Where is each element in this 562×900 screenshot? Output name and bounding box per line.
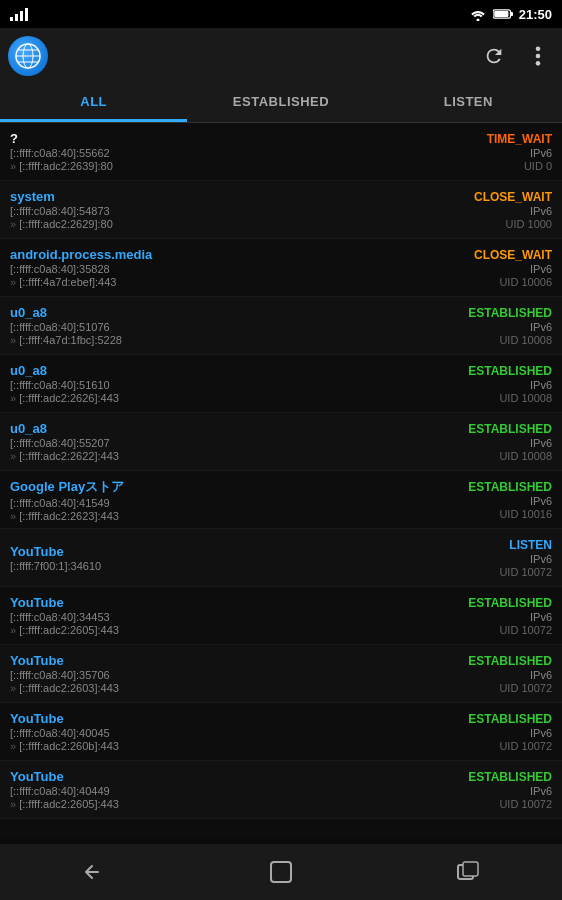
remote-address: [::ffff:adc2:2639]:80 [10,160,113,172]
status-time: 21:50 [519,7,552,22]
tabs: ALL ESTABLISHED LISTEN [0,84,562,123]
svg-rect-2 [510,12,513,16]
connection-name: u0_a8 [10,363,119,378]
table-row[interactable]: android.process.media[::ffff:c0a8:40]:35… [0,239,562,297]
back-button[interactable] [64,852,124,892]
home-button[interactable] [251,852,311,892]
tab-listen[interactable]: LISTEN [375,84,562,122]
table-row[interactable]: YouTube[::ffff:c0a8:40]:35706[::ffff:adc… [0,645,562,703]
status-badge: ESTABLISHED [468,596,552,610]
tab-established[interactable]: ESTABLISHED [187,84,374,122]
connection-name: ? [10,131,113,146]
remote-address: [::ffff:adc2:260b]:443 [10,740,119,752]
protocol-label: IPv6 [530,205,552,217]
local-address: [::ffff:c0a8:40]:54873 [10,205,113,217]
uid-label: UID 10008 [499,392,552,404]
connection-name: Google Playストア [10,478,124,496]
battery-icon [493,8,513,20]
uid-label: UID 10072 [499,624,552,636]
local-address: [::ffff:c0a8:40]:41549 [10,497,124,509]
table-row[interactable]: YouTube[::ffff:c0a8:40]:40045[::ffff:adc… [0,703,562,761]
protocol-label: IPv6 [530,437,552,449]
status-badge: CLOSE_WAIT [474,190,552,204]
status-badge: ESTABLISHED [468,654,552,668]
table-row[interactable]: YouTube[::ffff:7f00:1]:34610LISTENIPv6UI… [0,529,562,587]
connection-name: YouTube [10,769,119,784]
protocol-label: IPv6 [530,553,552,565]
table-row[interactable]: YouTubeESTABLISHED [0,819,562,839]
remote-address: [::ffff:adc2:2603]:443 [10,682,119,694]
status-bar-right: 21:50 [469,7,552,22]
table-row[interactable]: u0_a8[::ffff:c0a8:40]:51610[::ffff:adc2:… [0,355,562,413]
local-address: [::ffff:c0a8:40]:34453 [10,611,119,623]
remote-address: [::ffff:4a7d:ebef]:443 [10,276,152,288]
protocol-label: IPv6 [530,379,552,391]
signal-bars-icon [10,7,28,21]
connection-name: YouTube [10,653,119,668]
protocol-label: IPv6 [530,669,552,681]
remote-address: [::ffff:adc2:2605]:443 [10,798,119,810]
table-row[interactable]: YouTube[::ffff:c0a8:40]:34453[::ffff:adc… [0,587,562,645]
uid-label: UID 10008 [499,334,552,346]
connection-name: android.process.media [10,247,152,262]
recents-button[interactable] [438,852,498,892]
local-address: [::ffff:c0a8:40]:55662 [10,147,113,159]
connection-name: YouTube [10,544,101,559]
table-row[interactable]: system[::ffff:c0a8:40]:54873[::ffff:adc2… [0,181,562,239]
uid-label: UID 10016 [499,508,552,520]
table-row[interactable]: ?[::ffff:c0a8:40]:55662[::ffff:adc2:2639… [0,123,562,181]
remote-address: [::ffff:adc2:2605]:443 [10,624,119,636]
status-badge: CLOSE_WAIT [474,248,552,262]
svg-point-9 [536,46,541,51]
status-badge: TIME_WAIT [487,132,552,146]
status-bar: 21:50 [0,0,562,28]
local-address: [::ffff:c0a8:40]:51610 [10,379,119,391]
table-row[interactable]: u0_a8[::ffff:c0a8:40]:55207[::ffff:adc2:… [0,413,562,471]
local-address: [::ffff:c0a8:40]:35706 [10,669,119,681]
status-badge: ESTABLISHED [468,770,552,784]
status-badge: ESTABLISHED [468,480,552,494]
uid-label: UID 0 [524,160,552,172]
connection-name: YouTube [10,595,119,610]
uid-label: UID 1000 [506,218,552,230]
remote-address: [::ffff:adc2:2622]:443 [10,450,119,462]
remote-address: [::ffff:adc2:2623]:443 [10,510,124,522]
local-address: [::ffff:c0a8:40]:55207 [10,437,119,449]
tab-all[interactable]: ALL [0,84,187,122]
local-address: [::ffff:c0a8:40]:35828 [10,263,152,275]
local-address: [::ffff:c0a8:40]:40449 [10,785,119,797]
more-options-button[interactable] [522,40,554,72]
wifi-icon [469,7,487,21]
status-badge: ESTABLISHED [468,306,552,320]
protocol-label: IPv6 [530,727,552,739]
uid-label: UID 10008 [499,450,552,462]
protocol-label: IPv6 [530,611,552,623]
local-address: [::ffff:c0a8:40]:40045 [10,727,119,739]
connection-name: YouTube [10,711,119,726]
table-row[interactable]: u0_a8[::ffff:c0a8:40]:51076[::ffff:4a7d:… [0,297,562,355]
uid-label: UID 10006 [499,276,552,288]
remote-address: [::ffff:adc2:2629]:80 [10,218,113,230]
connection-name: system [10,189,113,204]
svg-rect-3 [494,11,508,17]
connection-name: u0_a8 [10,305,122,320]
top-bar-actions [478,40,554,72]
bottom-nav [0,844,562,900]
top-bar [0,28,562,84]
status-badge: ESTABLISHED [468,364,552,378]
uid-label: UID 10072 [499,566,552,578]
status-badge: ESTABLISHED [468,422,552,436]
protocol-label: IPv6 [530,263,552,275]
svg-point-10 [536,54,541,59]
status-badge: ESTABLISHED [468,712,552,726]
protocol-label: IPv6 [530,147,552,159]
status-bar-left [10,7,28,21]
local-address: [::ffff:7f00:1]:34610 [10,560,101,572]
table-row[interactable]: Google Playストア[::ffff:c0a8:40]:41549[::f… [0,471,562,529]
refresh-button[interactable] [478,40,510,72]
uid-label: UID 10072 [499,798,552,810]
app-icon [8,36,48,76]
svg-rect-14 [463,862,478,876]
table-row[interactable]: YouTube[::ffff:c0a8:40]:40449[::ffff:adc… [0,761,562,819]
connection-name: u0_a8 [10,421,119,436]
